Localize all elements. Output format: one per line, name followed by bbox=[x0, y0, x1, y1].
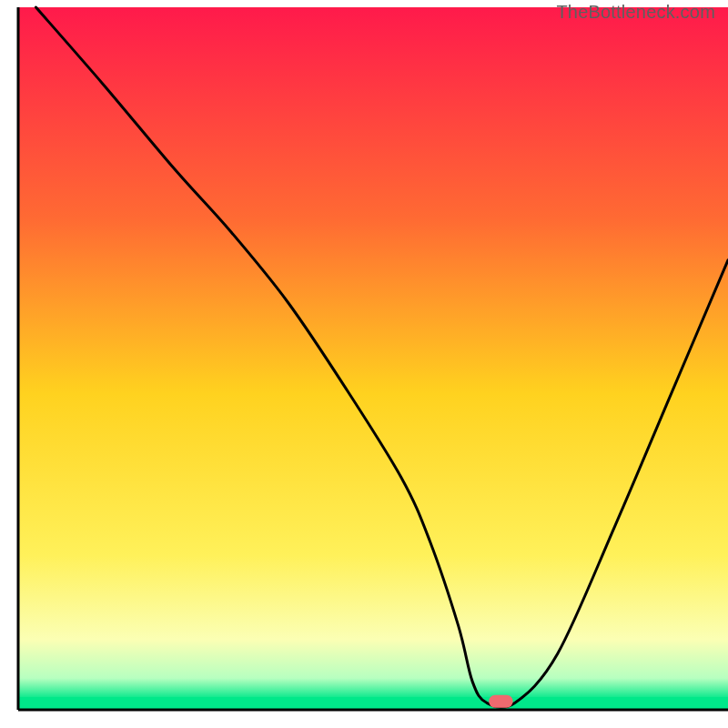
optimal-point-marker bbox=[489, 695, 513, 708]
plot-background bbox=[18, 7, 728, 710]
watermark-text: TheBottleneck.com bbox=[556, 2, 715, 23]
bottleneck-chart bbox=[0, 0, 728, 728]
baseline-strip bbox=[18, 697, 728, 710]
chart-container: TheBottleneck.com bbox=[0, 0, 728, 728]
